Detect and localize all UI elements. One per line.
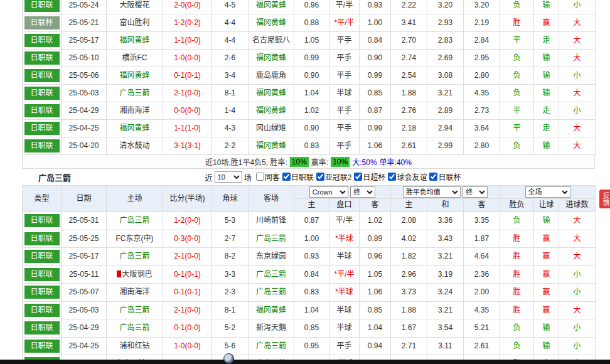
score-text: 1-0(0-0) — [163, 50, 212, 67]
asia-home-water: 0.83 — [294, 284, 329, 302]
league-filter-checkbox[interactable] — [388, 173, 396, 181]
home-team-link[interactable]: 广岛三箭 — [107, 212, 163, 230]
recent-count-select[interactable]: 10 — [215, 171, 242, 183]
away-team-link[interactable]: 福冈黄蜂 — [249, 137, 294, 155]
feedback-float-tab[interactable]: 反馈 — [599, 190, 610, 208]
home-team-link[interactable]: 广岛三箭 — [107, 248, 163, 266]
league-badge-cell: 日职联 — [23, 212, 62, 230]
europe-final-select[interactable]: 终 — [463, 186, 488, 198]
league-badge: 日职联 — [24, 232, 60, 245]
away-team-link[interactable]: 福冈黄蜂 — [249, 14, 294, 32]
league-filter-item[interactable]: 球会友谊 — [388, 171, 427, 182]
away-team-link[interactable]: 东京绿茵 — [249, 248, 294, 266]
away-team-link[interactable]: 福冈黄蜂 — [249, 50, 294, 67]
league-filter-checkbox[interactable] — [429, 173, 437, 181]
home-team-link[interactable]: 浦和红钻 — [107, 337, 163, 355]
league-filter-label: 球会友谊 — [397, 171, 427, 182]
filter-controls: 近 10 场 同客日职联亚冠联2日超杯球会友谊日联杯 — [71, 171, 595, 183]
euro-home-odds: 1.88 — [391, 301, 427, 319]
league-filter-checkbox[interactable] — [354, 173, 362, 181]
away-team-link[interactable]: 名古屋鲸八 — [249, 32, 294, 50]
home-team-link[interactable]: 湘南海洋 — [107, 284, 163, 302]
away-team-link[interactable]: 广岛三箭 — [249, 265, 294, 284]
league-filter-checkbox[interactable] — [282, 173, 291, 181]
corner-score: 2-3 — [212, 284, 249, 302]
home-team-link[interactable]: 福冈黄蜂 — [107, 67, 163, 85]
league-filter-item[interactable]: 日职联 — [282, 171, 314, 182]
league-filter-item[interactable]: 亚冠联2 — [316, 171, 352, 182]
asia-away-water: 1.06 — [360, 137, 391, 155]
euro-away-odds: 2.36 — [464, 265, 500, 284]
away-team-link[interactable]: 广岛三箭 — [249, 284, 294, 302]
euro-draw-odds: 3.21 — [427, 85, 464, 102]
league-badge: 日职联 — [24, 139, 60, 153]
home-team-link[interactable]: 大阪樱花 — [107, 0, 163, 14]
away-team-link[interactable]: 福冈黄蜂 — [249, 85, 294, 102]
score-text: 0-3(0-0) — [163, 230, 212, 248]
overlay-app-icon[interactable] — [223, 353, 234, 364]
away-team-link[interactable]: 鹿岛鹿角 — [249, 67, 294, 85]
home-team-link[interactable]: 广岛三箭 — [107, 319, 163, 338]
league-filter-checkbox[interactable] — [316, 173, 324, 181]
asia-final-select[interactable]: 终 — [350, 186, 375, 198]
match-row: 日职联25-05-25FC东京(中)0-3(0-0)2-7广岛三箭1.00*半球… — [23, 230, 596, 248]
asia-home-water: 0.85 — [294, 319, 329, 338]
league-filter-item[interactable]: 同客 — [256, 171, 280, 182]
away-team-link[interactable]: 川崎前锋 — [249, 212, 294, 230]
league-badge-cell: 日职联 — [23, 102, 62, 120]
away-team-link[interactable]: 福冈黄蜂 — [249, 102, 294, 120]
win-loss-result: 负 — [500, 212, 534, 230]
match-row: 日职联25-05-06福冈黄蜂0-1(0-1)3-4鹿岛鹿角0.90平手0.99… — [23, 67, 596, 85]
away-team-link[interactable]: 广岛三箭 — [249, 337, 294, 355]
home-team-link[interactable]: 横浜FC — [107, 50, 163, 67]
euro-draw-odds: 3.11 — [427, 337, 464, 355]
euro-home-odds: 1.67 — [391, 319, 427, 338]
score-text: 2-1(0-0) — [163, 85, 212, 102]
away-team-link[interactable]: 福冈黄蜂 — [249, 0, 294, 14]
asia-away-water: 0.93 — [360, 0, 391, 14]
league-badge: 日职联 — [24, 268, 60, 281]
league-badge: 日职联 — [24, 304, 60, 317]
league-filter-item[interactable]: 日超杯 — [354, 171, 385, 182]
home-team-link[interactable]: 广岛三箭 — [107, 301, 163, 319]
match-date: 25-05-24 — [62, 0, 107, 14]
away-team-link[interactable]: 新泻天鹅 — [249, 319, 294, 338]
match-date: 25-05-06 — [62, 67, 107, 85]
away-team-link[interactable]: 冈山绿雉 — [249, 120, 294, 137]
league-badge-cell: 日职联 — [23, 319, 62, 338]
home-team-link[interactable]: 湘南海洋 — [107, 102, 163, 120]
league-filter-item[interactable]: 日联杯 — [429, 171, 461, 182]
euro-draw-odds: 2.93 — [427, 14, 464, 32]
euro-draw-odds: 3.36 — [427, 212, 464, 230]
home-team-link[interactable]: 富山胜利 — [107, 14, 163, 32]
handicap-result: 输 — [534, 50, 559, 67]
sub-header-asia-away: 客 — [360, 199, 391, 212]
euro-away-odds: 3.20 — [464, 0, 500, 14]
match-row: 日联杯25-05-21富山胜利1-2(0-2)4-4福冈黄蜂0.88*平/半1.… — [23, 14, 596, 32]
scope-select[interactable]: 全场 — [525, 186, 570, 198]
home-team-link[interactable]: 清水鼓动 — [107, 137, 163, 155]
league-filter-checkbox[interactable] — [256, 173, 264, 181]
europe-odds-header-group: 胜平负均值 终 — [391, 186, 500, 199]
asia-handicap: 半球 — [329, 301, 360, 319]
corner-score: 4-4 — [212, 32, 249, 50]
league-filter-label: 同客 — [265, 171, 280, 182]
home-team-link[interactable]: 大阪钢巴 — [107, 265, 163, 284]
company-select[interactable]: Crown — [309, 186, 348, 198]
match-row: 日职联25-05-03广岛三箭2-1(0-0)8-1福冈黄蜂1.04半球0.85… — [23, 85, 596, 102]
asia-home-water: 0.88 — [294, 14, 329, 32]
home-team-link[interactable]: 广岛三箭 — [107, 85, 163, 102]
away-team-link[interactable]: 福冈黄蜂 — [249, 301, 294, 319]
home-team-link[interactable]: 福冈黄蜂 — [107, 120, 163, 137]
score-text: 0-0(0-0) — [163, 102, 212, 120]
asia-home-water: 1.00 — [294, 230, 329, 248]
match-date: 25-05-07 — [62, 284, 107, 302]
home-team-link[interactable]: 福冈黄蜂 — [107, 32, 163, 50]
corner-score: 2-2 — [212, 137, 249, 155]
goals-result: 小 — [559, 0, 596, 14]
match-row: 日职联25-05-17广岛三箭2-1(0-0)8-2东京绿茵0.93半球0.96… — [23, 248, 596, 266]
home-team-link[interactable]: FC东京(中) — [107, 230, 163, 248]
europe-avg-select[interactable]: 胜平负均值 — [403, 186, 461, 198]
league-badge-cell: 日职联 — [23, 284, 62, 302]
away-team-link[interactable]: 广岛三箭 — [249, 230, 294, 248]
